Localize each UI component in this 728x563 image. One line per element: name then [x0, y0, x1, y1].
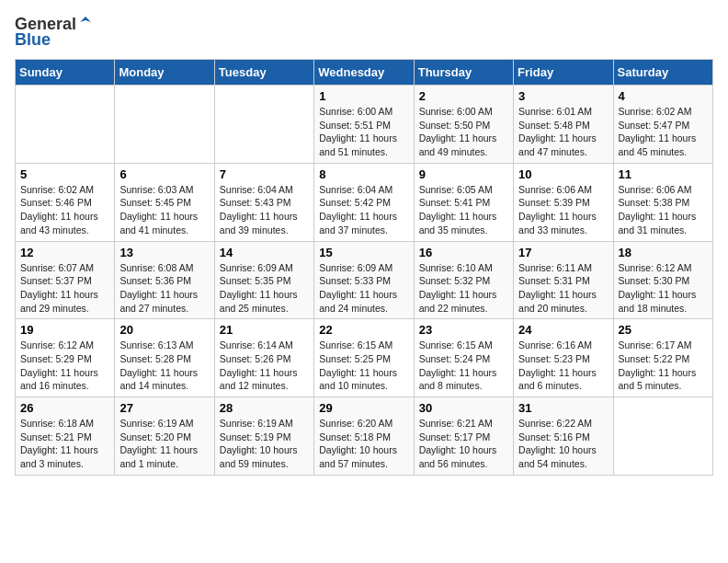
logo-blue: Blue	[15, 30, 51, 50]
calendar-cell: 24Sunrise: 6:16 AM Sunset: 5:23 PM Dayli…	[514, 319, 613, 397]
calendar-header-row: SundayMondayTuesdayWednesdayThursdayFrid…	[16, 60, 713, 86]
day-number: 23	[419, 323, 508, 337]
day-number: 1	[319, 89, 408, 103]
calendar-cell: 19Sunrise: 6:12 AM Sunset: 5:29 PM Dayli…	[16, 319, 115, 397]
day-info: Sunrise: 6:16 AM Sunset: 5:23 PM Dayligh…	[518, 339, 608, 393]
calendar-cell: 5Sunrise: 6:02 AM Sunset: 5:46 PM Daylig…	[16, 163, 115, 241]
day-info: Sunrise: 6:18 AM Sunset: 5:21 PM Dayligh…	[20, 417, 109, 471]
day-info: Sunrise: 6:06 AM Sunset: 5:39 PM Dayligh…	[518, 183, 608, 237]
day-header-monday: Monday	[115, 60, 214, 86]
calendar-cell: 30Sunrise: 6:21 AM Sunset: 5:17 PM Dayli…	[414, 397, 513, 476]
day-number: 15	[319, 246, 408, 259]
calendar-week-row: 26Sunrise: 6:18 AM Sunset: 5:21 PM Dayli…	[16, 397, 713, 476]
calendar-cell: 22Sunrise: 6:15 AM Sunset: 5:25 PM Dayli…	[314, 319, 414, 397]
day-number: 9	[419, 167, 508, 181]
day-number: 7	[220, 167, 309, 181]
day-number: 5	[20, 167, 109, 181]
day-info: Sunrise: 6:02 AM Sunset: 5:46 PM Dayligh…	[20, 183, 109, 237]
calendar-cell: 4Sunrise: 6:02 AM Sunset: 5:47 PM Daylig…	[613, 86, 712, 164]
day-number: 20	[119, 323, 209, 337]
day-number: 22	[319, 323, 408, 337]
calendar-cell: 18Sunrise: 6:12 AM Sunset: 5:30 PM Dayli…	[613, 241, 712, 319]
day-header-thursday: Thursday	[414, 60, 513, 86]
calendar-cell	[115, 86, 214, 164]
day-info: Sunrise: 6:15 AM Sunset: 5:24 PM Dayligh…	[419, 339, 508, 393]
calendar-week-row: 5Sunrise: 6:02 AM Sunset: 5:46 PM Daylig…	[16, 163, 713, 241]
day-info: Sunrise: 6:05 AM Sunset: 5:41 PM Dayligh…	[419, 183, 508, 237]
calendar-cell: 10Sunrise: 6:06 AM Sunset: 5:39 PM Dayli…	[514, 163, 613, 241]
day-info: Sunrise: 6:06 AM Sunset: 5:38 PM Dayligh…	[619, 183, 708, 237]
calendar-cell: 31Sunrise: 6:22 AM Sunset: 5:16 PM Dayli…	[514, 397, 613, 476]
page-header: General Blue	[15, 15, 713, 50]
day-number: 21	[220, 323, 309, 337]
day-header-tuesday: Tuesday	[214, 60, 313, 86]
day-number: 28	[220, 401, 309, 415]
day-info: Sunrise: 6:15 AM Sunset: 5:25 PM Dayligh…	[319, 339, 408, 393]
logo-icon	[78, 15, 93, 29]
calendar-cell: 20Sunrise: 6:13 AM Sunset: 5:28 PM Dayli…	[115, 319, 214, 397]
day-info: Sunrise: 6:02 AM Sunset: 5:47 PM Dayligh…	[619, 105, 708, 159]
calendar-cell: 9Sunrise: 6:05 AM Sunset: 5:41 PM Daylig…	[414, 163, 513, 241]
calendar-cell: 12Sunrise: 6:07 AM Sunset: 5:37 PM Dayli…	[16, 241, 115, 319]
calendar-cell	[214, 86, 313, 164]
day-number: 19	[20, 323, 109, 337]
day-number: 31	[518, 401, 608, 415]
day-header-friday: Friday	[514, 60, 613, 86]
calendar-cell: 17Sunrise: 6:11 AM Sunset: 5:31 PM Dayli…	[514, 241, 613, 319]
calendar-cell: 23Sunrise: 6:15 AM Sunset: 5:24 PM Dayli…	[414, 319, 513, 397]
day-number: 10	[518, 167, 608, 181]
day-info: Sunrise: 6:03 AM Sunset: 5:45 PM Dayligh…	[119, 183, 209, 237]
day-number: 18	[619, 246, 708, 259]
calendar-cell: 1Sunrise: 6:00 AM Sunset: 5:51 PM Daylig…	[314, 86, 414, 164]
logo: General Blue	[15, 15, 93, 50]
calendar-cell	[16, 86, 115, 164]
calendar-cell: 26Sunrise: 6:18 AM Sunset: 5:21 PM Dayli…	[16, 397, 115, 476]
day-info: Sunrise: 6:14 AM Sunset: 5:26 PM Dayligh…	[220, 339, 309, 393]
day-info: Sunrise: 6:21 AM Sunset: 5:17 PM Dayligh…	[419, 417, 508, 471]
day-number: 6	[119, 167, 209, 181]
day-info: Sunrise: 6:22 AM Sunset: 5:16 PM Dayligh…	[518, 417, 608, 471]
calendar-cell: 13Sunrise: 6:08 AM Sunset: 5:36 PM Dayli…	[115, 241, 214, 319]
day-info: Sunrise: 6:19 AM Sunset: 5:20 PM Dayligh…	[119, 417, 209, 471]
calendar-cell: 3Sunrise: 6:01 AM Sunset: 5:48 PM Daylig…	[514, 86, 613, 164]
day-info: Sunrise: 6:09 AM Sunset: 5:33 PM Dayligh…	[319, 261, 408, 316]
calendar-cell: 25Sunrise: 6:17 AM Sunset: 5:22 PM Dayli…	[613, 319, 712, 397]
calendar-cell: 7Sunrise: 6:04 AM Sunset: 5:43 PM Daylig…	[214, 163, 313, 241]
day-header-saturday: Saturday	[613, 60, 712, 86]
day-number: 13	[119, 246, 209, 259]
day-number: 11	[619, 167, 708, 181]
calendar-week-row: 19Sunrise: 6:12 AM Sunset: 5:29 PM Dayli…	[16, 319, 713, 397]
day-info: Sunrise: 6:01 AM Sunset: 5:48 PM Dayligh…	[518, 105, 608, 159]
calendar-cell: 28Sunrise: 6:19 AM Sunset: 5:19 PM Dayli…	[214, 397, 313, 476]
calendar-cell: 6Sunrise: 6:03 AM Sunset: 5:45 PM Daylig…	[115, 163, 214, 241]
calendar-table: SundayMondayTuesdayWednesdayThursdayFrid…	[15, 59, 713, 476]
calendar-cell: 21Sunrise: 6:14 AM Sunset: 5:26 PM Dayli…	[214, 319, 313, 397]
calendar-cell: 2Sunrise: 6:00 AM Sunset: 5:50 PM Daylig…	[414, 86, 513, 164]
day-header-wednesday: Wednesday	[314, 60, 414, 86]
day-number: 8	[319, 167, 408, 181]
day-number: 17	[518, 246, 608, 259]
day-info: Sunrise: 6:07 AM Sunset: 5:37 PM Dayligh…	[20, 261, 109, 316]
day-info: Sunrise: 6:13 AM Sunset: 5:28 PM Dayligh…	[119, 339, 209, 393]
day-info: Sunrise: 6:09 AM Sunset: 5:35 PM Dayligh…	[220, 261, 309, 316]
day-info: Sunrise: 6:19 AM Sunset: 5:19 PM Dayligh…	[220, 417, 309, 471]
day-number: 26	[20, 401, 109, 415]
calendar-cell: 15Sunrise: 6:09 AM Sunset: 5:33 PM Dayli…	[314, 241, 414, 319]
calendar-cell: 29Sunrise: 6:20 AM Sunset: 5:18 PM Dayli…	[314, 397, 414, 476]
day-info: Sunrise: 6:04 AM Sunset: 5:42 PM Dayligh…	[319, 183, 408, 237]
day-number: 4	[619, 89, 708, 103]
day-info: Sunrise: 6:08 AM Sunset: 5:36 PM Dayligh…	[119, 261, 209, 316]
day-number: 24	[518, 323, 608, 337]
calendar-cell: 27Sunrise: 6:19 AM Sunset: 5:20 PM Dayli…	[115, 397, 214, 476]
calendar-week-row: 1Sunrise: 6:00 AM Sunset: 5:51 PM Daylig…	[16, 86, 713, 164]
day-number: 16	[419, 246, 508, 259]
calendar-cell	[613, 397, 712, 476]
day-number: 25	[619, 323, 708, 337]
day-info: Sunrise: 6:04 AM Sunset: 5:43 PM Dayligh…	[220, 183, 309, 237]
day-info: Sunrise: 6:17 AM Sunset: 5:22 PM Dayligh…	[619, 339, 708, 393]
day-info: Sunrise: 6:00 AM Sunset: 5:51 PM Dayligh…	[319, 105, 408, 159]
day-number: 29	[319, 401, 408, 415]
day-number: 27	[119, 401, 209, 415]
day-number: 2	[419, 89, 508, 103]
day-info: Sunrise: 6:00 AM Sunset: 5:50 PM Dayligh…	[419, 105, 508, 159]
